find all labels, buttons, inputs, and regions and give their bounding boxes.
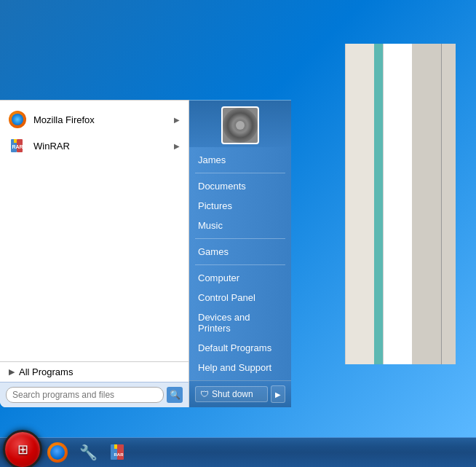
taskbar-tools[interactable]: 🔧 [74, 439, 102, 466]
taskbar-winrar[interactable]: RAR [105, 439, 132, 466]
shutdown-label: Shut down [212, 389, 253, 399]
search-button[interactable]: 🔍 [167, 387, 183, 403]
right-menu-items: James Documents Pictures Music Games [189, 147, 291, 380]
shutdown-icon: 🛡 [200, 389, 209, 399]
taskbar-firefox[interactable] [44, 439, 71, 466]
right-menu-control-panel[interactable]: Control Panel [189, 288, 291, 307]
right-menu-music[interactable]: Music [189, 216, 291, 235]
right-menu-devices-printers[interactable]: Devices and Printers [189, 307, 291, 338]
col2 [374, 44, 383, 364]
winrar-icon: RAR [9, 137, 26, 154]
menu-item-winrar-label: WinRAR [33, 141, 167, 152]
scrollbar[interactable] [441, 44, 456, 364]
menu-item-winrar[interactable]: RAR WinRAR ▶ [0, 133, 189, 159]
right-divider-1 [195, 173, 285, 173]
svg-text:RAR: RAR [114, 452, 124, 457]
svg-rect-6 [114, 444, 117, 449]
svg-rect-2 [14, 139, 17, 143]
winrar-taskbar-icon: RAR [108, 442, 129, 463]
user-avatar [221, 106, 259, 144]
firefox-icon [9, 111, 26, 128]
start-button[interactable] [3, 430, 42, 467]
right-decoration [345, 44, 476, 364]
all-programs-item[interactable]: ▶ All Programs [0, 361, 189, 382]
avatar-image [223, 108, 258, 143]
right-divider-2 [195, 238, 285, 239]
start-menu-left-panel: Mozilla Firefox ▶ RAR WinRAR ▶ [0, 100, 189, 407]
shutdown-arrow-icon: ▶ [275, 391, 281, 399]
right-menu-james[interactable]: James [189, 150, 291, 170]
search-bar: 🔍 [0, 382, 189, 407]
right-menu-pictures[interactable]: Pictures [189, 196, 291, 216]
firefox-submenu-arrow: ▶ [174, 116, 180, 124]
right-divider-3 [195, 264, 285, 265]
right-menu-documents[interactable]: Documents [189, 176, 291, 196]
start-menu: Mozilla Firefox ▶ RAR WinRAR ▶ [0, 100, 291, 407]
firefox-taskbar-icon [47, 442, 68, 463]
start-menu-right-panel: James Documents Pictures Music Games [189, 100, 291, 407]
desktop: Mozilla Firefox ▶ RAR WinRAR ▶ [0, 0, 476, 437]
right-menu-default-programs[interactable]: Default Programs [189, 338, 291, 358]
right-menu-computer[interactable]: Computer [189, 268, 291, 288]
shutdown-area: 🛡 Shut down ▶ [189, 380, 291, 407]
col3 [383, 44, 412, 364]
all-programs-arrow-icon: ▶ [9, 367, 15, 377]
winrar-submenu-arrow: ▶ [174, 142, 180, 150]
search-input[interactable] [6, 387, 164, 403]
pinned-programs-list: Mozilla Firefox ▶ RAR WinRAR ▶ [0, 101, 189, 361]
col4 [412, 44, 441, 364]
all-programs-label: All Programs [19, 366, 73, 377]
menu-item-firefox[interactable]: Mozilla Firefox ▶ [0, 106, 189, 133]
user-avatar-area [189, 101, 291, 147]
shutdown-arrow-button[interactable]: ▶ [271, 385, 285, 403]
svg-text:RAR: RAR [12, 144, 23, 149]
right-menu-help-support[interactable]: Help and Support [189, 358, 291, 377]
col1 [345, 44, 374, 364]
shutdown-button[interactable]: 🛡 Shut down [195, 386, 268, 402]
taskbar: 🔧 RAR [0, 437, 476, 467]
menu-item-firefox-label: Mozilla Firefox [33, 114, 167, 125]
tools-taskbar-icon: 🔧 [78, 442, 98, 463]
right-menu-games[interactable]: Games [189, 242, 291, 262]
